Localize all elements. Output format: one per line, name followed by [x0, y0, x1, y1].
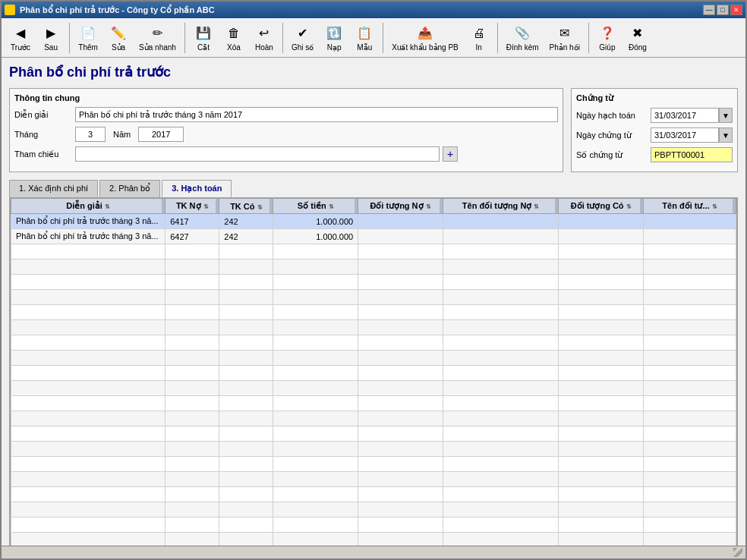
back-button[interactable]: ◀ Trước	[6, 21, 35, 55]
empty-cell	[219, 351, 273, 366]
resize-tk-no[interactable]	[216, 199, 219, 213]
empty-cell	[443, 275, 558, 290]
tham-chieu-add-button[interactable]: +	[443, 146, 458, 162]
table-row[interactable]: Phân bổ chi phí trả trước tháng 3 nă...6…	[11, 214, 736, 229]
empty-cell	[11, 411, 165, 426]
quick-edit-button[interactable]: ✏ Sửa nhanh	[134, 21, 181, 55]
sort-icon-dien-giai[interactable]: ⇅	[105, 203, 110, 210]
empty-cell	[559, 472, 644, 487]
thang-input[interactable]	[75, 127, 106, 142]
resize-doi-tuong-co[interactable]	[640, 199, 643, 213]
thong-tin-chung-panel: Thông tin chung Diễn giải Tháng Năm Tham…	[9, 88, 563, 172]
undo-button[interactable]: ↩ Hoàn	[250, 21, 279, 55]
refresh-button[interactable]: 🔃 Nạp	[320, 21, 348, 55]
close-toolbar-button[interactable]: ✖ Đóng	[623, 21, 652, 55]
col-header-doi-tuong-co: Đối tượng Có ⇅	[559, 199, 644, 214]
template-button[interactable]: 📋 Mẫu	[350, 21, 379, 55]
sort-icon-ten-doi-tuong-no[interactable]: ⇅	[534, 203, 539, 210]
empty-cell	[443, 518, 558, 533]
print-button[interactable]: 🖨 In	[465, 21, 493, 55]
empty-cell	[644, 244, 736, 260]
delete-button[interactable]: 🗑 Xóa	[219, 21, 248, 55]
ngay-hach-toan-dropdown[interactable]: ▼	[719, 108, 733, 123]
attach-icon: 📎	[513, 24, 531, 42]
table-row[interactable]: Phân bổ chi phí trả trước tháng 3 nă...6…	[11, 229, 736, 244]
thong-tin-chung-title: Thông tin chung	[14, 93, 558, 102]
dien-giai-input[interactable]	[75, 107, 558, 122]
empty-cell	[11, 442, 165, 457]
record-button[interactable]: ✔ Ghi số	[287, 21, 318, 55]
ngay-chung-tu-input[interactable]	[651, 127, 719, 143]
empty-cell	[11, 381, 165, 396]
empty-cell	[165, 381, 219, 396]
minimize-button[interactable]: —	[703, 5, 715, 15]
sort-icon-doi-tuong-co[interactable]: ⇅	[626, 203, 632, 210]
cut-button[interactable]: 💾 Cắt	[189, 21, 218, 55]
resize-ten-doi-tuong-no[interactable]	[555, 199, 558, 213]
empty-cell	[443, 396, 558, 411]
empty-cell	[358, 320, 443, 335]
nam-input[interactable]	[138, 127, 184, 142]
tab-2-label: 2. Phân bổ	[109, 184, 150, 193]
empty-cell	[165, 290, 219, 305]
empty-cell	[219, 518, 273, 533]
maximize-button[interactable]: □	[717, 5, 729, 15]
resize-tk-co[interactable]	[269, 199, 273, 213]
sort-icon-tk-no[interactable]: ⇅	[203, 203, 209, 210]
tham-chieu-input[interactable]	[75, 146, 440, 162]
resize-doi-tuong-no[interactable]	[440, 199, 443, 213]
add-button[interactable]: 📄 Thêm	[74, 21, 102, 55]
table-row-empty	[11, 533, 736, 546]
edit-button[interactable]: ✏️ Sửa	[104, 21, 133, 55]
empty-cell	[559, 457, 644, 472]
empty-cell	[443, 320, 558, 335]
empty-cell	[165, 351, 219, 366]
empty-cell	[219, 442, 273, 457]
sort-icon-doi-tuong-no[interactable]: ⇅	[426, 203, 431, 210]
empty-cell	[165, 487, 219, 502]
empty-cell	[443, 335, 558, 351]
sort-icon-tk-co[interactable]: ⇅	[257, 204, 263, 211]
so-chung-tu-input[interactable]	[651, 147, 733, 162]
empty-cell	[559, 366, 644, 381]
resize-ten-doi-tuong-co[interactable]	[733, 199, 736, 213]
help-button[interactable]: ❓ Giúp	[593, 21, 622, 55]
empty-cell	[273, 366, 358, 381]
close-button[interactable]: ✕	[730, 5, 742, 15]
resize-grip[interactable]	[733, 548, 742, 557]
empty-cell	[443, 457, 558, 472]
empty-cell	[273, 290, 358, 305]
main-window: Phân bổ chi phí trả trước - Công ty Cổ p…	[0, 0, 747, 560]
empty-cell	[165, 442, 219, 457]
reply-label: Phản hồi	[550, 43, 580, 52]
sort-icon-so-tien[interactable]: ⇅	[329, 203, 334, 210]
empty-cell	[559, 244, 644, 260]
ngay-hach-toan-input[interactable]	[651, 108, 719, 123]
sort-icon-ten-doi-tuong-co[interactable]: ⇅	[712, 203, 717, 210]
empty-cell	[273, 502, 358, 518]
empty-cell	[644, 472, 736, 487]
reply-button[interactable]: ✉ Phản hồi	[545, 21, 585, 55]
table-row-empty	[11, 275, 736, 290]
empty-cell	[358, 275, 443, 290]
ngay-chung-tu-dropdown[interactable]: ▼	[719, 127, 733, 143]
tab-hach-toan[interactable]: 3. Hạch toán	[162, 180, 232, 197]
empty-cell	[219, 320, 273, 335]
quick-edit-label: Sửa nhanh	[139, 43, 176, 52]
attach-button[interactable]: 📎 Đính kèm	[502, 21, 544, 55]
tab-bar: 1. Xác định chi phí 2. Phân bổ 3. Hạch t…	[9, 180, 738, 197]
empty-cell	[165, 457, 219, 472]
empty-cell	[559, 275, 644, 290]
empty-cell	[11, 533, 165, 546]
empty-cell	[219, 533, 273, 546]
chung-tu-title: Chứng từ	[576, 93, 733, 103]
tab-phan-bo[interactable]: 2. Phân bổ	[99, 180, 160, 197]
separator-2	[184, 23, 185, 53]
forward-button[interactable]: ▶ Sau	[36, 21, 65, 55]
resize-dien-giai[interactable]	[162, 199, 165, 213]
status-bar	[2, 546, 745, 558]
empty-cell	[165, 335, 219, 351]
tab-xac-dinh-chi-phi[interactable]: 1. Xác định chi phí	[9, 180, 98, 197]
resize-so-tien[interactable]	[355, 199, 358, 213]
export-button[interactable]: 📤 Xuất khẩu bảng PB	[387, 21, 463, 55]
